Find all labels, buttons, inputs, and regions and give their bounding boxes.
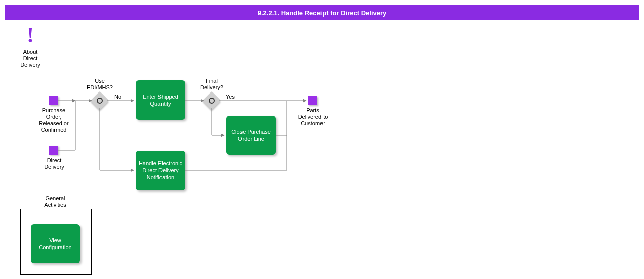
activity-handle-edi-label: Handle Electronic Direct Delivery Notifi… (138, 160, 183, 181)
gateway-use-edi-no: No (112, 94, 124, 100)
event-purchase-order[interactable] (49, 96, 58, 105)
event-purchase-order-label: Purchase Order, Released or Confirmed (39, 107, 69, 133)
activity-handle-edi[interactable]: Handle Electronic Direct Delivery Notifi… (136, 151, 185, 190)
gateway-use-edi-label: Use EDI/MHS? (86, 78, 114, 91)
activity-view-configuration[interactable]: View Configuration (31, 224, 80, 263)
info-icon[interactable]: ! (25, 24, 35, 46)
gateway-final-delivery-yes: Yes (224, 94, 237, 100)
event-direct-delivery-label: Direct Delivery (43, 157, 66, 170)
activity-view-configuration-label: View Configuration (33, 237, 78, 251)
activity-close-po[interactable]: Close Purchase Order Line (226, 116, 276, 155)
event-parts-delivered[interactable] (308, 96, 317, 105)
event-direct-delivery[interactable] (49, 146, 58, 155)
page-title-bar: 9.2.2.1. Handle Receipt for Direct Deliv… (5, 5, 639, 20)
gateway-use-edi[interactable] (93, 94, 106, 107)
gateway-final-delivery[interactable] (205, 94, 218, 107)
event-parts-delivered-label: Parts Delivered to Customer (296, 107, 330, 127)
flow-connectors (0, 0, 644, 279)
activity-enter-shipped-label: Enter Shipped Quantity (138, 93, 183, 107)
info-label[interactable]: About Direct Delivery (18, 49, 43, 68)
general-activities-title: General Activities (43, 195, 68, 208)
gateway-final-delivery-label: Final Delivery? (199, 78, 225, 91)
activity-close-po-label: Close Purchase Order Line (228, 128, 274, 142)
general-activities-frame: View Configuration (20, 209, 92, 275)
activity-enter-shipped[interactable]: Enter Shipped Quantity (136, 80, 185, 120)
page-title: 9.2.2.1. Handle Receipt for Direct Deliv… (258, 9, 387, 17)
